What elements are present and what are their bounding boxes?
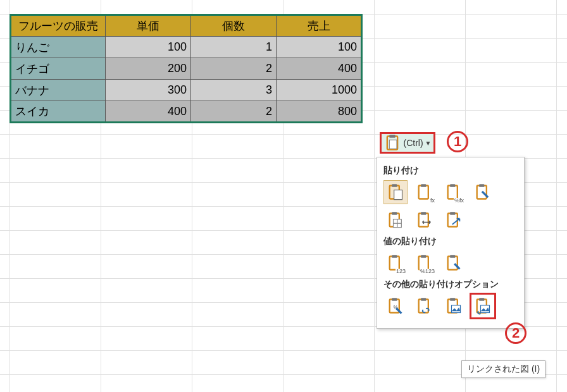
chevron-down-icon: ▼ [425,140,432,147]
icon-sub-123: 123 [396,269,406,274]
cell-name[interactable]: バナナ [11,80,106,101]
paste-values-number-icon[interactable]: %123 [413,251,437,275]
paste-icon-transpose[interactable] [442,208,466,232]
table-row: バナナ 300 3 1000 [11,80,362,101]
svg-rect-26 [450,255,455,258]
svg-rect-22 [392,255,397,258]
svg-rect-9 [450,184,455,187]
paste-other-link-icon[interactable] [413,294,437,318]
table-row: りんご 100 1 100 [11,37,362,58]
paste-options-flyout: 貼り付け fx %fx [377,157,525,329]
paste-icon-keep-col-width[interactable] [413,208,437,232]
section-values-label: 値の貼り付け [383,236,518,247]
svg-rect-24 [421,255,426,258]
header-qty[interactable]: 個数 [191,15,277,37]
clipboard-linked-picture-icon [474,297,492,315]
clipboard-12brush-icon [445,254,463,273]
cell-sales[interactable]: 100 [277,37,362,58]
cell-price[interactable]: 100 [106,37,191,58]
cell-name[interactable]: イチゴ [11,58,106,80]
svg-rect-33 [450,298,455,301]
svg-rect-5 [394,190,402,200]
clipboard-icon [383,133,401,152]
svg-rect-18 [421,212,426,215]
svg-rect-31 [421,298,426,301]
paste-icon-formatting[interactable] [471,180,495,204]
paste-options-button[interactable]: (Ctrl) ▼ [380,132,435,154]
svg-rect-20 [450,212,455,215]
tooltip-text: リンクされた図 (I) [467,364,540,374]
cell-price[interactable]: 200 [106,58,191,80]
clipboard-grid-icon [387,211,404,230]
table-row: スイカ 400 2 800 [11,101,362,123]
paste-icon-formulas[interactable]: fx [413,180,437,204]
tooltip-linked-picture: リンクされた図 (I) [461,360,545,378]
icon-sub-pct123: %123 [420,269,435,274]
svg-rect-7 [421,184,426,187]
icon-sub-pctfx: %fx [454,198,464,204]
paste-values-icon[interactable]: 123 [383,251,408,275]
annotation-circle-1: 1 [447,131,468,152]
section-other-label: その他の貼り付けオプション [383,279,518,290]
cell-qty[interactable]: 2 [191,58,277,80]
cell-name[interactable]: スイカ [11,101,106,123]
cell-qty[interactable]: 1 [191,37,277,58]
annotation-circle-2: 2 [505,322,526,344]
cell-sales[interactable]: 1000 [277,80,362,101]
cell-sales[interactable]: 400 [277,58,362,80]
paste-values-formatting-icon[interactable] [442,251,466,275]
cell-qty[interactable]: 3 [191,80,277,101]
svg-rect-28 [392,298,397,301]
svg-rect-25 [448,257,458,270]
clipboard-colwidth-icon [416,211,433,230]
header-price[interactable]: 単価 [106,15,191,37]
paste-icon-default[interactable] [383,180,408,204]
cell-price[interactable]: 300 [106,80,191,101]
section-paste-label: 貼り付け [383,165,518,176]
cell-qty[interactable]: 2 [191,101,277,123]
svg-rect-4 [392,184,397,187]
svg-rect-1 [390,135,396,138]
paste-button-label: (Ctrl) [403,138,423,148]
header-sales[interactable]: 売上 [277,15,362,37]
paste-icon-no-borders[interactable] [383,208,408,232]
svg-rect-13 [392,212,397,215]
clipboard-brush-icon [474,183,492,202]
table-row: イチゴ 200 2 400 [11,58,362,80]
header-name[interactable]: フルーツの販売 [11,15,106,37]
svg-rect-2 [390,140,397,149]
svg-rect-30 [419,300,428,313]
clipboard-pct-brush-icon: % [387,297,404,315]
cell-price[interactable]: 400 [106,101,191,123]
clipboard-picture-icon [445,297,463,315]
cell-name[interactable]: りんご [11,37,106,58]
paste-other-picture-icon[interactable] [442,294,466,318]
clipboard-transpose-icon [445,211,463,230]
annotation-1-label: 1 [454,133,461,150]
svg-rect-11 [479,184,484,187]
cell-sales[interactable]: 800 [277,101,362,123]
paste-other-linked-picture-icon[interactable] [471,294,495,318]
clipboard-page-icon [387,183,404,202]
svg-rect-6 [419,186,428,199]
annotation-2-label: 2 [512,325,520,341]
svg-rect-36 [479,298,484,301]
icon-sub-fx: fx [430,198,435,204]
paste-other-format-link-icon[interactable]: % [383,294,408,318]
fruit-sales-table: フルーツの販売 単価 個数 売上 りんご 100 1 100 イチゴ 200 2… [9,14,363,123]
svg-rect-17 [419,214,428,227]
paste-icon-formulas-number[interactable]: %fx [442,180,466,204]
table-header-row: フルーツの販売 単価 個数 売上 [11,15,362,37]
clipboard-chainlink-icon [416,297,433,315]
